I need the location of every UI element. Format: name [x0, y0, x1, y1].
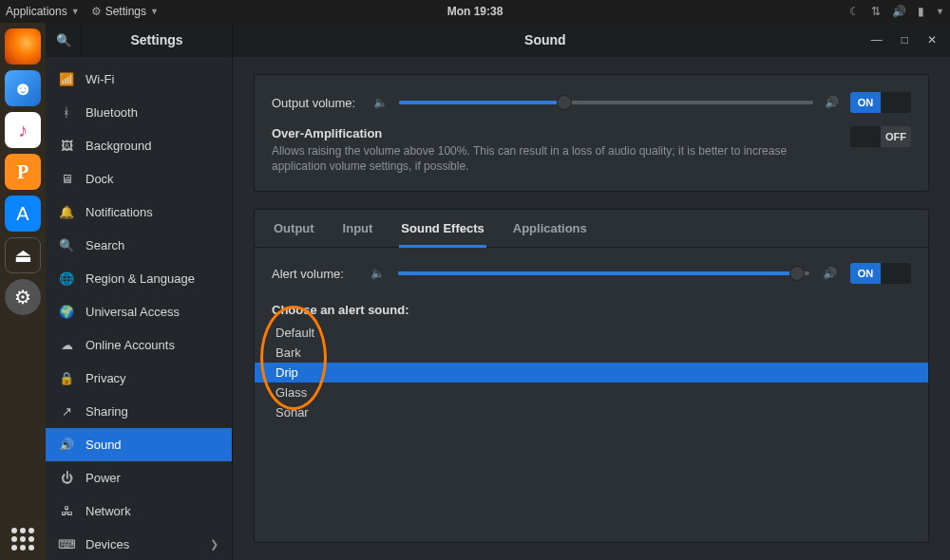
bluetooth-icon: ᚼ [59, 105, 74, 120]
alert-sound-default[interactable]: Default [255, 323, 928, 343]
speaker-low-icon: 🔈 [373, 96, 388, 109]
sound-icon: 🔊 [59, 438, 74, 452]
sidebar-item-sharing[interactable]: ↗Sharing [46, 395, 232, 428]
toggle-on-label: ON [850, 263, 881, 284]
sidebar-item-bluetooth[interactable]: ᚼBluetooth [46, 96, 232, 129]
sidebar-item-privacy[interactable]: 🔒Privacy [46, 362, 232, 395]
overamp-desc: Allows raising the volume above 100%. Th… [272, 143, 837, 174]
universal-icon: 🌍 [59, 305, 74, 319]
sidebar-item-devices[interactable]: ⌨Devices❯ [46, 528, 232, 560]
chevron-down-icon: ▼ [150, 7, 159, 16]
night-icon: ☾ [849, 5, 860, 18]
sidebar-item-label: Sound [86, 438, 122, 452]
alert-sound-bark[interactable]: Bark [255, 343, 928, 363]
sound-tabs-panel: OutputInputSound EffectsApplications Ale… [254, 209, 929, 543]
tab-input[interactable]: Input [341, 221, 375, 248]
power-icon: ⏻ [59, 471, 74, 485]
settings-icon-small: ⚙ [91, 5, 102, 18]
tab-output[interactable]: Output [272, 221, 316, 248]
page-title: Sound [233, 23, 858, 57]
show-applications-button[interactable] [11, 528, 34, 551]
alert-sound-drip[interactable]: Drip [255, 363, 928, 383]
tab-sound-effects[interactable]: Sound Effects [399, 221, 485, 248]
sidebar-item-label: Online Accounts [86, 338, 175, 352]
dock-icon-finder[interactable]: ☻ [5, 70, 41, 106]
chevron-down-icon: ▼ [71, 7, 80, 16]
output-mute-toggle[interactable]: ON [850, 92, 911, 113]
dock-icon-drive[interactable]: ⏏ [5, 237, 41, 273]
sidebar-item-label: Power [86, 471, 121, 485]
sidebar[interactable]: 📶Wi-FiᚼBluetooth🖼Background🖥Dock🔔Notific… [46, 57, 233, 560]
search-button[interactable]: 🔍 [46, 23, 82, 57]
sidebar-item-notifications[interactable]: 🔔Notifications [46, 196, 232, 229]
sidebar-item-label: Sharing [86, 404, 128, 419]
dock-icon-music[interactable]: ♪ [5, 112, 41, 148]
sidebar-item-network[interactable]: 🖧Network [46, 495, 232, 528]
dock-icon-settings[interactable]: ⚙ [5, 279, 41, 315]
toggle-on-label: ON [850, 92, 881, 113]
alert-sound-sonar[interactable]: Sonar [255, 402, 928, 422]
sidebar-item-label: Search [86, 238, 124, 252]
sidebar-item-power[interactable]: ⏻Power [46, 461, 232, 495]
toggle-on-label [850, 126, 881, 147]
minimize-button[interactable]: — [871, 33, 883, 47]
chevron-right-icon: ❯ [210, 538, 218, 551]
speaker-low-icon: 🔈 [370, 267, 385, 280]
toggle-off-label [881, 92, 911, 113]
speaker-high-icon: 🔊 [823, 267, 837, 280]
output-volume-panel: Output volume: 🔈 🔊 ON Over-Amplification [254, 74, 929, 192]
applications-menu-label: Applications [6, 5, 67, 18]
maximize-button[interactable]: □ [902, 33, 908, 47]
sidebar-item-label: Region & Language [86, 271, 195, 286]
output-volume-label: Output volume: [272, 96, 362, 110]
settings-topmenu[interactable]: ⚙ Settings ▼ [91, 5, 159, 18]
network-icon: ⇅ [871, 5, 881, 18]
alert-mute-toggle[interactable]: ON [850, 263, 911, 284]
titlebar: 🔍 Settings Sound — □ ✕ [46, 23, 950, 57]
overamp-toggle[interactable]: OFF [850, 126, 911, 147]
sidebar-item-region[interactable]: 🌐Region & Language [46, 262, 232, 295]
dock: ☻ ♪ P A ⏏ ⚙ [0, 23, 46, 560]
content-area: Output volume: 🔈 🔊 ON Over-Amplification [233, 57, 950, 560]
online-icon: ☁ [59, 338, 74, 352]
alert-volume-label: Alert volume: [272, 267, 357, 281]
sidebar-item-label: Universal Access [86, 305, 180, 319]
top-panel: Applications ▼ ⚙ Settings ▼ Mon 19:38 ☾ … [0, 0, 950, 23]
privacy-icon: 🔒 [59, 371, 74, 385]
sidebar-item-sound[interactable]: 🔊Sound [46, 428, 232, 461]
system-tray[interactable]: ☾ ⇅ 🔊 ▮ ▼ [849, 5, 944, 18]
sidebar-item-online[interactable]: ☁Online Accounts [46, 328, 232, 362]
wifi-icon: 📶 [59, 72, 74, 86]
network-icon: 🖧 [59, 504, 74, 518]
output-volume-slider[interactable] [399, 101, 813, 104]
sidebar-item-background[interactable]: 🖼Background [46, 129, 232, 162]
sidebar-item-label: Background [86, 139, 151, 153]
toggle-off-label [881, 263, 911, 284]
alert-volume-slider[interactable] [398, 271, 809, 275]
overamp-title: Over-Amplification [272, 126, 837, 140]
volume-icon: 🔊 [892, 5, 906, 18]
sidebar-item-universal[interactable]: 🌍Universal Access [46, 295, 232, 328]
sidebar-item-wifi[interactable]: 📶Wi-Fi [46, 63, 232, 96]
tab-applications[interactable]: Applications [511, 221, 589, 248]
sidebar-item-label: Privacy [86, 371, 126, 385]
sidebar-item-dock[interactable]: 🖥Dock [46, 162, 232, 196]
settings-topmenu-label: Settings [105, 5, 146, 18]
sharing-icon: ↗ [59, 404, 74, 419]
sidebar-item-search[interactable]: 🔍Search [46, 229, 232, 262]
devices-icon: ⌨ [59, 537, 74, 551]
dock-icon-firefox[interactable] [5, 28, 41, 65]
choose-alert-label: Choose an alert sound: [255, 291, 928, 323]
search-icon: 🔍 [56, 33, 71, 47]
sidebar-item-label: Wi-Fi [86, 72, 114, 86]
sidebar-item-label: Bluetooth [86, 105, 138, 120]
settings-window: 🔍 Settings Sound — □ ✕ 📶Wi-FiᚼBluetooth🖼… [46, 23, 950, 560]
battery-icon: ▮ [918, 5, 924, 18]
applications-menu[interactable]: Applications ▼ [6, 5, 80, 18]
close-button[interactable]: ✕ [927, 33, 937, 47]
alert-sound-glass[interactable]: Glass [255, 383, 928, 402]
sidebar-item-label: Network [86, 504, 131, 518]
dock-icon-appstore[interactable]: A [5, 196, 41, 232]
sidebar-item-label: Dock [86, 172, 114, 186]
dock-icon-pages[interactable]: P [5, 154, 41, 190]
